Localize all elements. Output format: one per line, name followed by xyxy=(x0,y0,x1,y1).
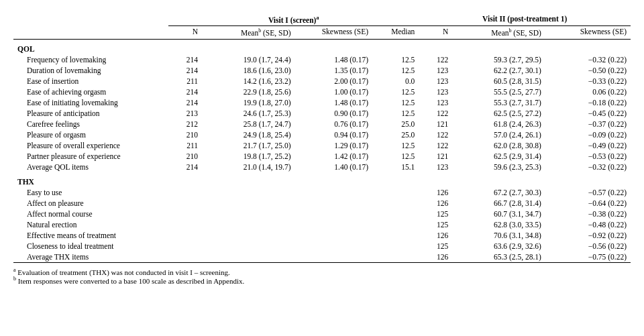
table-row: Ease of insertion21114.2 (1.6, 23.2)2.00… xyxy=(13,76,631,87)
item-col-header xyxy=(13,25,168,39)
v1-n: 214 xyxy=(168,54,202,65)
v1-skew xyxy=(295,198,373,209)
v2-skew: −0.57 (0.22) xyxy=(545,187,631,198)
v1-n xyxy=(168,187,202,198)
item-name: Natural erection xyxy=(13,219,168,230)
v1-n xyxy=(168,198,202,209)
section-label-thx: THX xyxy=(13,172,631,187)
v1-median: 12.5 xyxy=(372,108,419,119)
v1-n: 210 xyxy=(168,151,202,162)
table-row: Pleasure of orgasm21024.9 (1.8, 25.4)0.9… xyxy=(13,129,631,140)
v1-mean xyxy=(202,230,295,241)
v1-skew: 0.94 (0.17) xyxy=(295,129,373,140)
v2-n: 122 xyxy=(419,108,452,119)
v2-skew: −0.92 (0.22) xyxy=(545,230,631,241)
v1-skew: 0.90 (0.17) xyxy=(295,108,373,119)
table-row: Partner pleasure of experience21019.8 (1… xyxy=(13,151,631,162)
v1-skew xyxy=(295,209,373,219)
v1-n xyxy=(168,251,202,263)
table-row: Effective means of treatment12670.6 (3.1… xyxy=(13,230,631,241)
v1-skew: 1.42 (0.17) xyxy=(295,151,373,162)
v1-median: 12.5 xyxy=(372,140,419,151)
mean-col-header-v1: Meanb (SE, SD) xyxy=(202,25,295,39)
v2-mean: 62.8 (3.0, 33.5) xyxy=(452,219,545,230)
v2-n: 125 xyxy=(419,241,452,251)
v1-mean: 25.8 (1.7, 24.7) xyxy=(202,119,295,129)
v1-mean: 19.8 (1.7, 25.2) xyxy=(202,151,295,162)
v2-n: 125 xyxy=(419,209,452,219)
footnote-2: b Item responses were converted to a bas… xyxy=(13,276,631,285)
v2-mean: 63.6 (2.9, 32.6) xyxy=(452,241,545,251)
v1-median: 12.5 xyxy=(372,65,419,76)
v2-mean: 62.2 (2.7, 30.1) xyxy=(452,65,545,76)
mean-col-header-v2: Meanb (SE, SD) xyxy=(452,25,545,39)
v2-mean: 62.5 (2.9, 31.4) xyxy=(452,151,545,162)
v2-mean: 55.5 (2.5, 27.7) xyxy=(452,87,545,97)
v2-skew: −0.53 (0.22) xyxy=(545,151,631,162)
v1-n: 211 xyxy=(168,76,202,87)
v2-n: 122 xyxy=(419,54,452,65)
v1-median xyxy=(372,198,419,209)
v2-skew: −0.45 (0.22) xyxy=(545,108,631,119)
v1-median: 12.5 xyxy=(372,151,419,162)
item-name: Duration of lovemaking xyxy=(13,65,168,76)
v2-skew: −0.18 (0.22) xyxy=(545,97,631,108)
data-table: Visit I (screen)a Visit II (post-treatme… xyxy=(13,13,631,263)
table-row: Duration of lovemaking21418.6 (1.6, 23.0… xyxy=(13,65,631,76)
v2-mean: 57.0 (2.4, 26.1) xyxy=(452,129,545,140)
table-row: Carefree feelings21225.8 (1.7, 24.7)0.76… xyxy=(13,119,631,129)
v1-n: 213 xyxy=(168,108,202,119)
table-row: Affect on pleasure12666.7 (2.8, 31.4)−0.… xyxy=(13,198,631,209)
v1-mean: 22.9 (1.8, 25.6) xyxy=(202,87,295,97)
item-name: Pleasure of overall experience xyxy=(13,140,168,151)
v1-mean: 19.0 (1.7, 24.4) xyxy=(202,54,295,65)
v2-n: 123 xyxy=(419,97,452,108)
v2-skew: −0.48 (0.22) xyxy=(545,219,631,230)
visit2-group-header: Visit II (post-treatment 1) xyxy=(419,13,631,25)
item-name: Ease of achieving orgasm xyxy=(13,87,168,97)
item-name: Closeness to ideal treatment xyxy=(13,241,168,251)
v2-mean: 62.0 (2.8, 30.8) xyxy=(452,140,545,151)
v2-n: 126 xyxy=(419,198,452,209)
v1-mean: 21.0 (1.4, 19.7) xyxy=(202,162,295,172)
footnote-1: a Evaluation of treatment (THX) was not … xyxy=(13,267,631,276)
v2-skew: −0.32 (0.22) xyxy=(545,54,631,65)
v1-mean xyxy=(202,251,295,263)
v2-skew: −0.64 (0.22) xyxy=(545,198,631,209)
item-name: Average THX items xyxy=(13,251,168,263)
item-name: Partner pleasure of experience xyxy=(13,151,168,162)
v2-mean: 66.7 (2.8, 31.4) xyxy=(452,198,545,209)
footnotes-container: a Evaluation of treatment (THX) was not … xyxy=(13,267,631,285)
visit1-group-header: Visit I (screen)a xyxy=(168,13,419,25)
item-name: Affect on pleasure xyxy=(13,198,168,209)
v1-skew xyxy=(295,241,373,251)
item-name: Easy to use xyxy=(13,187,168,198)
v1-skew: 1.40 (0.17) xyxy=(295,162,373,172)
v1-skew: 1.00 (0.17) xyxy=(295,87,373,97)
v1-median xyxy=(372,230,419,241)
n-col-header-v2: N xyxy=(419,25,452,39)
item-name: Frequency of lovemaking xyxy=(13,54,168,65)
v1-mean xyxy=(202,241,295,251)
v1-mean: 24.6 (1.7, 25.3) xyxy=(202,108,295,119)
visit-group-header-row: Visit I (screen)a Visit II (post-treatme… xyxy=(13,13,631,25)
median-col-header: Median xyxy=(372,25,419,39)
v1-n xyxy=(168,219,202,230)
v2-n: 123 xyxy=(419,76,452,87)
visit1-superscript: a xyxy=(316,15,319,21)
v1-n: 214 xyxy=(168,162,202,172)
skew-col-header-v1: Skewness (SE) xyxy=(295,25,373,39)
v1-median: 12.5 xyxy=(372,54,419,65)
v1-n: 212 xyxy=(168,119,202,129)
table-row: Easy to use12667.2 (2.7, 30.3)−0.57 (0.2… xyxy=(13,187,631,198)
v2-mean: 61.8 (2.4, 26.3) xyxy=(452,119,545,129)
v2-n: 126 xyxy=(419,187,452,198)
table-row: Affect normal course12560.7 (3.1, 34.7)−… xyxy=(13,209,631,219)
section-label-text: THX xyxy=(13,172,631,187)
table-row: Average THX items12665.3 (2.5, 28.1)−0.7… xyxy=(13,251,631,263)
table-row: Pleasure of overall experience21121.7 (1… xyxy=(13,140,631,151)
v2-skew: −0.33 (0.22) xyxy=(545,76,631,87)
v1-skew: 1.35 (0.17) xyxy=(295,65,373,76)
v1-median: 15.1 xyxy=(372,162,419,172)
v1-n: 214 xyxy=(168,65,202,76)
